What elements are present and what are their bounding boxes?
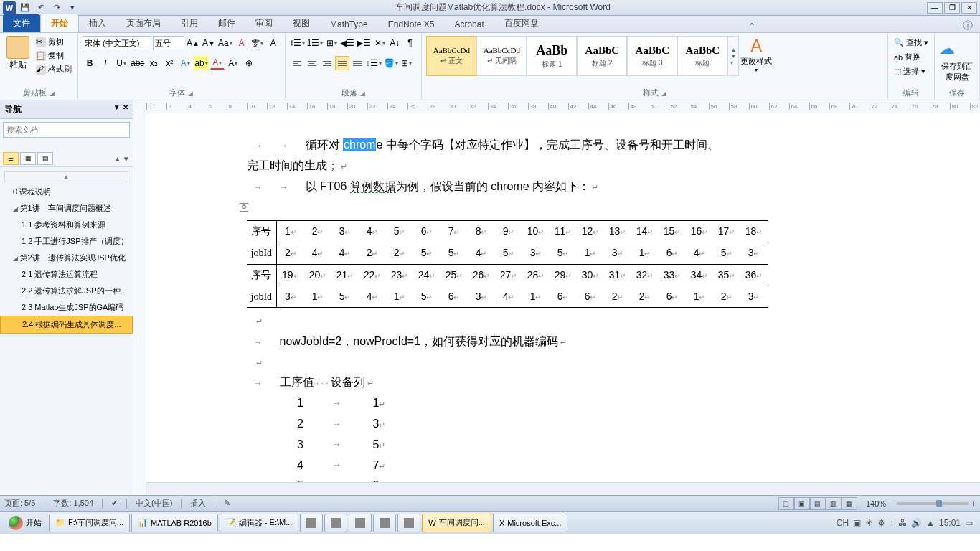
nav-item[interactable]: 1.2 手工进行JSP排产（调度） — [0, 233, 133, 250]
replace-button[interactable]: ab替换 — [892, 50, 922, 64]
qat-more-icon[interactable]: ▾ — [66, 1, 79, 14]
text-effects-button[interactable]: A — [178, 56, 192, 70]
tray-icon[interactable]: ☀ — [865, 518, 873, 528]
minimize-button[interactable]: — — [927, 2, 943, 14]
restore-button[interactable]: ❐ — [944, 2, 960, 14]
print-layout-view[interactable]: ▢ — [778, 497, 794, 510]
insert-mode-status[interactable]: 插入 — [190, 498, 206, 509]
taskbar-task[interactable]: 📊MATLAB R2016b — [131, 514, 218, 532]
taskbar-task[interactable] — [324, 514, 347, 532]
tab-review[interactable]: 审阅 — [245, 14, 283, 32]
data-table[interactable]: 序号1↵2↵3↵4↵5↵6↵7↵8↵9↵10↵11↵12↵13↵14↵15↵16… — [247, 220, 768, 308]
shading-button[interactable]: 🪣 — [383, 56, 399, 70]
taskbar-task[interactable] — [300, 514, 323, 532]
char-border-button[interactable]: A — [266, 36, 281, 50]
zoom-out-button[interactable]: − — [889, 499, 893, 508]
track-changes-status[interactable]: ✎ — [224, 499, 230, 508]
tab-endnote[interactable]: EndNote X5 — [378, 17, 445, 32]
tab-view[interactable]: 视图 — [283, 14, 320, 32]
format-painter-button[interactable]: 🖌格式刷 — [34, 63, 73, 75]
nav-item[interactable]: 2.1 遗传算法运算流程 — [0, 266, 133, 283]
nav-item[interactable]: 第2讲 遗传算法实现JSP优化 — [0, 250, 133, 266]
font-dialog-launcher[interactable]: ◢ — [188, 90, 193, 97]
nav-results-tab[interactable]: ▤ — [37, 152, 53, 165]
undo-icon[interactable]: ↶ — [34, 1, 47, 14]
ribbon-minimize-icon[interactable]: ⌃ — [748, 21, 763, 32]
search-icon[interactable]: 🔍 — [0, 138, 1, 148]
indent-inc-button[interactable]: ▶☰ — [356, 36, 372, 50]
zoom-level[interactable]: 140% — [866, 499, 886, 508]
horizontal-ruler[interactable]: 0246810121416182022242628303234363840424… — [133, 100, 980, 113]
volume-icon[interactable]: 🔊 — [911, 518, 922, 528]
start-button[interactable]: 开始 — [3, 513, 47, 533]
nav-close-icon[interactable]: ▼ ✕ — [113, 103, 128, 116]
copy-button[interactable]: 📋复制 — [34, 50, 73, 62]
change-styles-button[interactable]: A更改样式▾ — [739, 36, 773, 73]
enclose-char-button[interactable]: ⊕ — [242, 56, 256, 70]
tab-file[interactable]: 文件 — [3, 14, 40, 32]
taskbar-task[interactable]: 📝编辑器 - E:\M... — [220, 514, 299, 532]
font-size-input[interactable] — [153, 36, 184, 50]
align-justify-button[interactable] — [335, 56, 349, 70]
nav-item[interactable]: 2.3 Matlab生成JSP的GA编码 — [0, 299, 133, 316]
tab-ref[interactable]: 引用 — [171, 14, 208, 32]
help-icon[interactable]: ⓘ — [963, 19, 980, 32]
full-screen-view[interactable]: ▣ — [794, 497, 810, 510]
strike-button[interactable]: abc — [130, 56, 145, 70]
web-layout-view[interactable]: ▤ — [810, 497, 826, 510]
taskbar-task[interactable]: XMicrosoft Exc... — [493, 514, 568, 532]
taskbar-task[interactable]: W车间调度问... — [422, 514, 491, 532]
save-icon[interactable]: 💾 — [19, 1, 32, 14]
tab-home[interactable]: 开始 — [40, 14, 79, 32]
show-marks-button[interactable]: ¶ — [402, 36, 417, 50]
highlight-button[interactable]: ab — [194, 56, 208, 70]
nav-item[interactable]: 1.1 参考资料和算例来源 — [0, 217, 133, 233]
language-status[interactable]: 中文(中国) — [136, 498, 172, 509]
paste-button[interactable]: 粘贴 — [4, 36, 32, 71]
nav-headings-tab[interactable]: ☰ — [3, 152, 19, 165]
word-count-status[interactable]: 字数: 1,504 — [53, 498, 93, 509]
para-dialog-launcher[interactable]: ◢ — [360, 90, 365, 97]
save-baidu-button[interactable]: ☁ 保存到百度网盘 — [939, 36, 975, 86]
nav-item[interactable]: 0 课程说明 — [0, 184, 133, 200]
style-item[interactable]: AaBbCcDd↵ 正文 — [426, 36, 476, 76]
clock[interactable]: 15:01 — [939, 518, 961, 528]
borders-button[interactable]: ⊞ — [400, 56, 414, 70]
align-left-button[interactable] — [290, 56, 304, 70]
font-name-input[interactable] — [83, 36, 151, 50]
line-spacing-button[interactable]: ↕☰ — [365, 56, 382, 70]
char-shading-button[interactable]: A — [226, 56, 240, 70]
tray-icon[interactable]: ⚙ — [877, 518, 885, 528]
find-button[interactable]: 🔍查找 ▾ — [892, 36, 930, 50]
taskbar-task[interactable] — [349, 514, 372, 532]
tab-acrobat[interactable]: Acrobat — [444, 17, 494, 32]
sort-button[interactable]: A↓ — [387, 36, 402, 50]
font-color-button[interactable]: A — [210, 56, 225, 70]
tab-mail[interactable]: 邮件 — [208, 14, 245, 32]
align-right-button[interactable] — [320, 56, 334, 70]
bold-button[interactable]: B — [83, 56, 97, 70]
italic-button[interactable]: I — [98, 56, 113, 70]
grow-font-button[interactable]: A▲ — [186, 36, 200, 50]
style-item[interactable]: AaBbC标题 — [677, 36, 727, 76]
nav-prev-icon[interactable]: ▲ — [114, 155, 121, 163]
show-desktop-button[interactable]: ▭ — [965, 518, 973, 528]
ime-indicator[interactable]: CH — [837, 518, 849, 528]
taskbar-task[interactable] — [397, 514, 420, 532]
tab-layout[interactable]: 页面布局 — [116, 14, 171, 32]
nav-item[interactable]: 2.4 根据编码生成具体调度... — [0, 316, 133, 334]
page-number-status[interactable]: 页面: 5/5 — [4, 498, 35, 509]
tab-insert[interactable]: 插入 — [79, 14, 116, 32]
underline-button[interactable]: U — [114, 56, 128, 70]
zoom-slider[interactable] — [897, 502, 969, 505]
superscript-button[interactable]: x² — [162, 56, 176, 70]
tab-baidu[interactable]: 百度网盘 — [494, 14, 549, 32]
vertical-ruler[interactable] — [133, 113, 146, 495]
clipboard-dialog-launcher[interactable]: ◢ — [50, 90, 55, 97]
redo-icon[interactable]: ↷ — [50, 1, 63, 14]
cut-button[interactable]: ✂剪切 — [34, 36, 73, 48]
multilevel-button[interactable]: ⊞ — [324, 36, 339, 50]
shrink-font-button[interactable]: A▼ — [202, 36, 216, 50]
tray-icon[interactable]: ▣ — [853, 518, 861, 528]
document-page[interactable]: → → 循环对 chrome 中每个字码【对应特定作业】，完成工序号、设备号和开… — [146, 113, 980, 495]
